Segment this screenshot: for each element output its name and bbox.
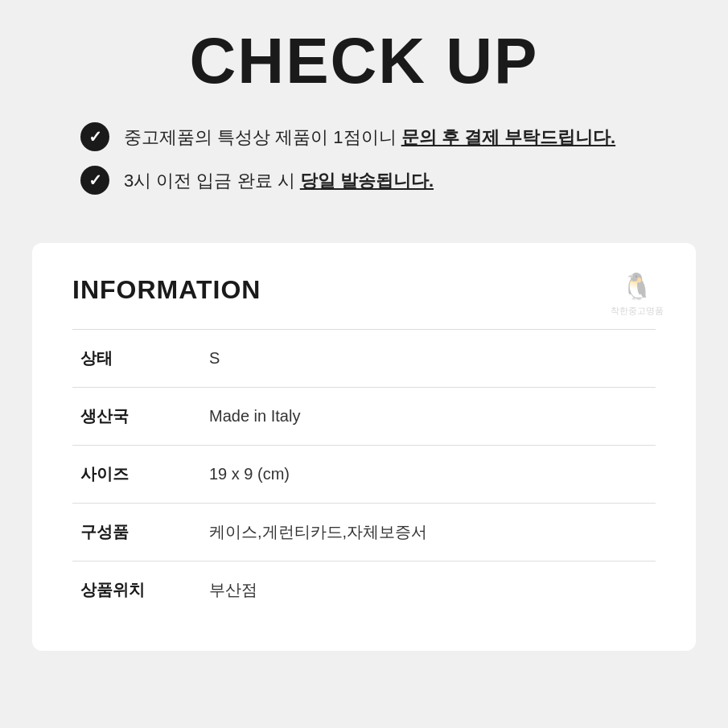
check-item-2: 3시 이전 입금 완료 시 당일 발송됩니다. — [80, 166, 680, 195]
table-row: 구성품 케이스,게런티카드,자체보증서 — [72, 503, 656, 561]
check-icon-1 — [80, 122, 109, 151]
label-origin: 생산국 — [80, 405, 209, 427]
label-location: 상품위치 — [80, 579, 209, 601]
table-row: 사이즈 19 x 9 (cm) — [72, 445, 656, 503]
check-text-2: 3시 이전 입금 완료 시 당일 발송됩니다. — [124, 167, 434, 194]
check-icon-2 — [80, 166, 109, 195]
page-title: CHECK UP — [48, 24, 680, 98]
info-table: 상태 S 생산국 Made in Italy 사이즈 19 x 9 (cm) 구… — [72, 329, 656, 619]
value-location: 부산점 — [209, 579, 648, 601]
label-size: 사이즈 — [80, 463, 209, 485]
label-status: 상태 — [80, 348, 209, 369]
value-origin: Made in Italy — [209, 407, 648, 426]
watermark-icon: 🐧 — [621, 271, 653, 302]
check-item-1: 중고제품의 특성상 제품이 1점이니 문의 후 결제 부탁드립니다. — [80, 122, 680, 151]
check-text-1: 중고제품의 특성상 제품이 1점이니 문의 후 결제 부탁드립니다. — [124, 124, 615, 150]
info-title: INFORMATION — [72, 275, 656, 305]
watermark: 🐧 착한중고명품 — [611, 271, 664, 317]
watermark-text: 착한중고명품 — [611, 305, 664, 317]
value-size: 19 x 9 (cm) — [209, 465, 648, 483]
value-components: 케이스,게런티카드,자체보증서 — [209, 521, 648, 543]
label-components: 구성품 — [80, 521, 209, 543]
info-card: INFORMATION 🐧 착한중고명품 상태 S 생산국 Made in It… — [32, 243, 696, 651]
table-row: 상품위치 부산점 — [72, 561, 656, 619]
table-row: 상태 S — [72, 329, 656, 387]
check-items-list: 중고제품의 특성상 제품이 1점이니 문의 후 결제 부탁드립니다. 3시 이전… — [48, 122, 680, 195]
value-status: S — [209, 349, 648, 368]
info-section: INFORMATION 🐧 착한중고명품 상태 S 생산국 Made in It… — [0, 227, 728, 683]
header-section: CHECK UP 중고제품의 특성상 제품이 1점이니 문의 후 결제 부탁드립… — [0, 0, 728, 227]
table-row: 생산국 Made in Italy — [72, 387, 656, 445]
